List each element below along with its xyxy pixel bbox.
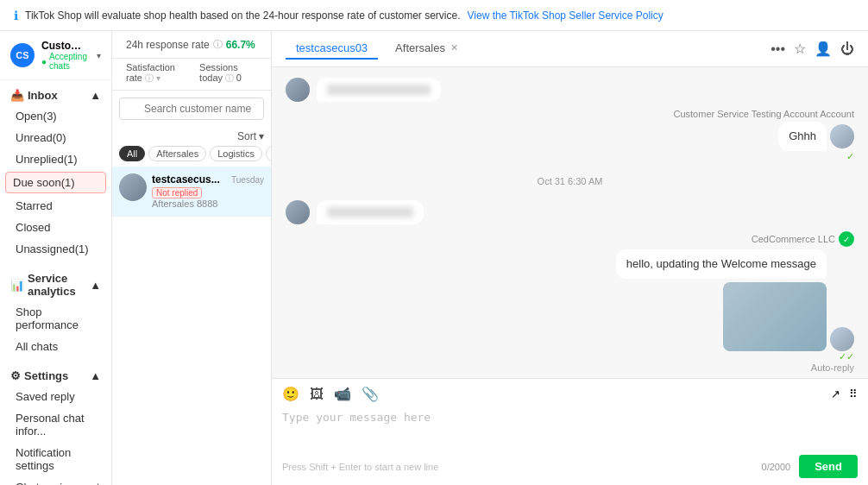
filter-tabs: All Aftersales Logistics Presales bbox=[112, 146, 271, 167]
settings-collapse-icon[interactable]: ▲ bbox=[90, 369, 101, 382]
date-separator: Oct 31 6:30 AM bbox=[286, 169, 854, 193]
close-tab-icon[interactable]: ✕ bbox=[450, 42, 458, 54]
sidebar-item-notification-settings[interactable]: Notification settings bbox=[0, 442, 111, 476]
chat-area: testcasecus03 Aftersales ✕ ••• ☆ 👤 ⏻ bbox=[272, 31, 868, 485]
profile-status: ● Accepting chats bbox=[41, 52, 90, 71]
top-banner: ℹ TikTok Shop will evaluate shop health … bbox=[0, 0, 868, 31]
search-input[interactable] bbox=[119, 98, 264, 120]
content-area: 24h response rate ⓘ 66.7% Satisfaction r… bbox=[112, 31, 868, 485]
received-avatar-2 bbox=[286, 200, 310, 224]
analytics-header: 📊 Service analytics ▲ bbox=[0, 267, 111, 301]
customer-tag: Not replied bbox=[152, 187, 264, 198]
sent-sender-label-2: CedCommerce LLC ✓ bbox=[616, 231, 854, 247]
analytics-label: Service analytics bbox=[28, 272, 90, 298]
inbox-header: 📥 Inbox ▲ bbox=[0, 84, 111, 105]
sidebar-item-starred[interactable]: Starred bbox=[0, 195, 111, 217]
customer-meta: Aftersales 8888 bbox=[152, 198, 264, 209]
toolbar-right-icons: ↗ ⠿ bbox=[831, 387, 858, 400]
chat-footer: Press Shift + Enter to start a new line … bbox=[272, 451, 868, 485]
customer-info: testcasecus... Tuesday Not replied After… bbox=[152, 173, 264, 209]
analytics-icon: 📊 bbox=[10, 279, 24, 292]
more-options-icon[interactable]: ••• bbox=[771, 41, 785, 57]
sidebar-item-open[interactable]: Open(3) bbox=[0, 105, 111, 127]
inbox-icon: 📥 bbox=[10, 89, 24, 102]
chat-messages: Customer Service Testing Account Account… bbox=[272, 67, 868, 378]
sent-message-column-1: Customer Service Testing Account Account… bbox=[673, 109, 854, 162]
filter-tab-logistics[interactable]: Logistics bbox=[210, 146, 262, 161]
settings-header: ⚙ Settings ▲ bbox=[0, 364, 111, 386]
quick-reply-icon[interactable]: ↗ bbox=[831, 387, 840, 400]
filter-tab-all[interactable]: All bbox=[119, 146, 145, 161]
message-row-sent-1: Customer Service Testing Account Account… bbox=[286, 109, 854, 162]
attach-icon[interactable]: 📎 bbox=[362, 386, 379, 402]
sent-message-column-2: CedCommerce LLC ✓ hello, updating the We… bbox=[616, 231, 854, 373]
image-icon[interactable]: 🖼 bbox=[310, 387, 324, 402]
chat-header-actions: ••• ☆ 👤 ⏻ bbox=[771, 41, 854, 57]
sent-avatar-2 bbox=[830, 327, 854, 351]
customer-list-item[interactable]: testcasecus... Tuesday Not replied After… bbox=[112, 167, 271, 217]
message-image bbox=[723, 282, 827, 351]
video-icon[interactable]: 📹 bbox=[334, 386, 351, 402]
sort-button[interactable]: Sort ▾ bbox=[237, 130, 264, 142]
sidebar-item-unassigned[interactable]: Unassigned(1) bbox=[0, 238, 111, 260]
sidebar-item-personal-chat-info[interactable]: Personal chat infor... bbox=[0, 407, 111, 442]
message-bubble-received-2 bbox=[317, 200, 424, 224]
response-rate-info-icon: ⓘ bbox=[213, 38, 223, 51]
sidebar-item-saved-reply[interactable]: Saved reply bbox=[0, 386, 111, 407]
send-button[interactable]: Send bbox=[799, 455, 858, 478]
banner-text: TikTok Shop will evaluate shop health ba… bbox=[25, 9, 461, 22]
profile-section[interactable]: CS Customer Servic... ● Accepting chats … bbox=[0, 31, 111, 80]
inbox-section: 📥 Inbox ▲ Open(3) Unread(0) Unreplied(1)… bbox=[0, 80, 111, 263]
response-rate-value: 66.7% bbox=[226, 39, 255, 51]
filter-tab-aftersales[interactable]: Aftersales bbox=[148, 146, 206, 161]
message-bubble-received-1 bbox=[317, 78, 441, 102]
settings-label: Settings bbox=[24, 369, 90, 382]
char-count: 0/2000 bbox=[762, 462, 791, 472]
grid-icon[interactable]: ⠿ bbox=[849, 387, 858, 400]
settings-section: ⚙ Settings ▲ Saved reply Personal chat i… bbox=[0, 361, 111, 485]
inbox-label: Inbox bbox=[28, 89, 90, 102]
banner-link[interactable]: View the TikTok Shop Seller Service Poli… bbox=[468, 9, 664, 22]
chat-header: testcasecus03 Aftersales ✕ ••• ☆ 👤 ⏻ bbox=[272, 31, 868, 67]
customer-name: testcasecus... bbox=[152, 173, 220, 186]
customer-avatar bbox=[119, 173, 147, 201]
chat-input-area: 🙂 🖼 📹 📎 ↗ ⠿ Press Shift + Enter to start… bbox=[272, 378, 868, 485]
customer-time: Tuesday bbox=[231, 175, 264, 185]
info-icon: ℹ bbox=[14, 9, 18, 22]
sent-content-2: hello, updating the Welcome message bbox=[616, 249, 827, 351]
sort-row: Sort ▾ bbox=[112, 127, 271, 146]
user-icon[interactable]: 👤 bbox=[815, 41, 832, 57]
analytics-collapse-icon[interactable]: ▲ bbox=[90, 279, 101, 292]
tab-aftersales[interactable]: Aftersales ✕ bbox=[385, 38, 469, 60]
sender-badge: ✓ bbox=[839, 231, 854, 247]
message-input[interactable] bbox=[272, 406, 868, 449]
sent-sender-label: Customer Service Testing Account Account bbox=[673, 109, 854, 119]
message-bubble-sent-2: hello, updating the Welcome message bbox=[616, 249, 827, 279]
sidebar-item-closed[interactable]: Closed bbox=[0, 217, 111, 238]
emoji-icon[interactable]: 🙂 bbox=[282, 386, 299, 402]
sidebar-item-unread[interactable]: Unread(0) bbox=[0, 127, 111, 148]
sidebar-item-due-soon[interactable]: Due soon(1) bbox=[5, 172, 106, 193]
sidebar-item-unreplied[interactable]: Unreplied(1) bbox=[0, 148, 111, 170]
message-double-check-icon: ✓✓ bbox=[616, 351, 854, 362]
filter-tab-presales[interactable]: Presales bbox=[266, 146, 271, 161]
chat-toolbar: 🙂 🖼 📹 📎 ↗ ⠿ bbox=[272, 379, 868, 406]
not-replied-badge: Not replied bbox=[152, 187, 202, 198]
sent-avatar-1 bbox=[830, 124, 854, 148]
message-check-icon-1: ✓ bbox=[673, 151, 854, 162]
response-rate-label: 24h response rate bbox=[126, 39, 210, 51]
star-icon[interactable]: ☆ bbox=[794, 41, 806, 57]
received-avatar-1 bbox=[286, 78, 310, 102]
customer-list: 🔍 Sort ▾ All Aftersales Logistics Presal… bbox=[112, 91, 271, 485]
inbox-collapse-icon[interactable]: ▲ bbox=[90, 89, 101, 102]
info-icon-sat: ⓘ ▾ bbox=[145, 73, 160, 83]
sidebar-item-shop-performance[interactable]: Shop performance bbox=[0, 301, 111, 336]
sort-chevron-icon: ▾ bbox=[259, 130, 264, 142]
sidebar-item-chat-assignment[interactable]: Chat assignment bbox=[0, 476, 111, 485]
stat-response-rate: 24h response rate ⓘ 66.7% bbox=[126, 38, 255, 51]
profile-info: Customer Servic... ● Accepting chats bbox=[41, 40, 90, 71]
settings-icon: ⚙ bbox=[10, 369, 21, 382]
power-icon[interactable]: ⏻ bbox=[840, 41, 854, 57]
sidebar-item-all-chats[interactable]: All chats bbox=[0, 336, 111, 357]
tab-testcasecus03[interactable]: testcasecus03 bbox=[286, 38, 378, 60]
